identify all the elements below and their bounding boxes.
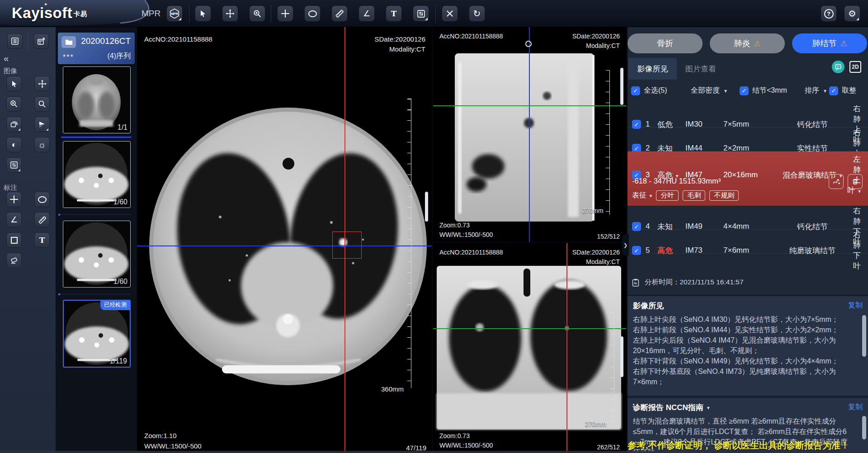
chevron-down-icon: ▾ <box>858 188 861 194</box>
annotate-ruler-button[interactable] <box>34 212 50 227</box>
annotate-ellipse-button[interactable] <box>34 192 50 207</box>
coronal-window-level: WW/WL:1500/-500 <box>439 442 493 449</box>
annotate-angle-button[interactable]: ∠ <box>6 212 22 227</box>
checkbox-checked-icon[interactable]: ✓ <box>631 86 640 95</box>
checkbox-checked-icon[interactable]: ✓ <box>632 120 641 129</box>
help-button[interactable]: ? <box>821 5 837 22</box>
ruler-tool-button[interactable] <box>331 5 348 22</box>
zoom-in-tool-button[interactable] <box>249 5 265 22</box>
feature-tag[interactable]: 毛刺 <box>683 190 705 201</box>
coronal-viewport[interactable]: 270mm AccNO:202101158888 SDate:20200126 … <box>433 243 626 453</box>
findings-card: 影像所见 复制 右肺上叶尖段（SeNO.4 IM30）见钙化结节影，大小为7×5… <box>627 295 868 395</box>
report-bubble-button[interactable] <box>832 61 844 73</box>
tab-lung-nodule[interactable]: 肺结节⚠ <box>792 33 867 53</box>
sidebar-brightness-button[interactable]: ☼ <box>34 137 50 152</box>
pointer-tool-button[interactable] <box>195 5 211 22</box>
open-folder-button[interactable] <box>61 36 76 48</box>
ellipse-tool-button[interactable] <box>304 5 321 22</box>
checkbox-checked-icon[interactable]: ✓ <box>829 86 838 95</box>
settings-button[interactable]: ⚙ <box>844 5 860 22</box>
tab-pneumonia[interactable]: 肺炎⚠ <box>710 33 785 53</box>
feature-tag[interactable]: 分叶 <box>656 190 679 201</box>
axial-scrollbar[interactable] <box>425 192 428 222</box>
annotate-text-button[interactable]: T <box>34 232 50 248</box>
follow-up-compare-button[interactable] <box>829 174 844 189</box>
filter-round[interactable]: ✓ 取整 <box>829 86 856 95</box>
axial-thumb-image <box>63 221 130 287</box>
right-panel-collapse-handle[interactable]: ❯ <box>622 234 629 256</box>
nodule-roi-box[interactable] <box>332 231 362 259</box>
thumbnail-slice-count: 1/1 <box>118 123 127 132</box>
rotate-icon: ↻ <box>473 9 481 18</box>
features-dropdown[interactable]: 表征 ▾ <box>632 191 652 200</box>
tab-fracture[interactable]: 骨折 <box>627 33 703 53</box>
series-thumbnail-selected[interactable]: 已经检测 1/119 <box>63 300 131 368</box>
mpr-tool-button[interactable]: MPR <box>166 5 183 22</box>
angle-icon: ∠ <box>363 9 370 18</box>
study-header[interactable]: 20200126CT *** (4)序列 <box>58 33 135 64</box>
findings-copy-link[interactable]: 复制 <box>848 301 863 310</box>
filter-select-all[interactable]: ✓ 全选(5) <box>631 86 667 95</box>
report-copy-link[interactable]: 复制 <box>848 402 863 412</box>
folder-icon <box>65 39 73 45</box>
feature-tag[interactable]: 不规则 <box>709 190 739 201</box>
sidebar-magnify-button[interactable] <box>34 96 50 112</box>
crosshair-tool-button[interactable] <box>277 5 293 22</box>
findings-scrollbar[interactable] <box>862 315 866 357</box>
tab-imaging-findings[interactable]: 影像所见 <box>628 58 677 80</box>
axial-viewport[interactable]: 360mm AccNO:202101158888 SDate:20200126 … <box>137 27 432 453</box>
chevron-down-icon[interactable]: ▾ <box>707 405 710 411</box>
filter-small-nodule[interactable]: ✓ 结节<3mm <box>740 86 787 95</box>
delete-nodule-button[interactable] <box>848 174 863 189</box>
pan-tool-button[interactable] <box>222 5 238 22</box>
nodule-number: 4 <box>646 222 657 231</box>
collapse-sidebar-chevron[interactable]: « <box>4 53 9 64</box>
nodule-row-3[interactable]: ✓ 3 高危 ▾ IM47 20×16mm 混合磨玻璃结节 ▾ 左肺上叶 ▾ <box>627 151 868 172</box>
filter-sort-dropdown[interactable]: 排序 ▾ <box>805 86 826 95</box>
nodule-row-2[interactable]: ✓ 2 未知 IM44 2×2mm 实性结节 右肺上叶 <box>627 127 868 151</box>
nodule-row-4[interactable]: ✓ 4 未知 IM49 4×4mm 钙化结节 右肺下叶 <box>627 206 868 230</box>
sagittal-scrollbar[interactable] <box>620 68 623 105</box>
sidebar-flip-button[interactable] <box>34 117 50 132</box>
annotate-rectangle-button[interactable] <box>6 232 22 248</box>
close-series-button[interactable] <box>33 33 49 49</box>
sidebar-pan-button[interactable] <box>34 76 50 91</box>
ellipse-icon <box>38 196 47 203</box>
filter-density-dropdown[interactable]: 全部密度 ▾ <box>691 86 727 95</box>
tab-image-view[interactable]: 图片查看 <box>685 58 716 80</box>
axial-scale-ruler <box>407 99 411 388</box>
annotate-eraser-button[interactable] <box>6 253 22 268</box>
finding-line: 左肺上叶尖后段（SeNO.4 IM47）见混合磨玻璃结节影，大小为20×16mm… <box>633 335 853 356</box>
2d-edit-button[interactable]: 2D <box>849 61 861 73</box>
text-tool-button[interactable]: T <box>386 5 402 22</box>
series-thumbnail-axial[interactable]: 1/60 <box>63 221 131 288</box>
reset-rotate-button[interactable]: ↻ <box>469 5 485 22</box>
series-list-button[interactable] <box>7 33 23 49</box>
report-scrollbar[interactable] <box>862 416 866 439</box>
series-thumbnail-axial[interactable]: 1/60 <box>63 141 131 208</box>
sidebar-pointer-button[interactable] <box>6 76 22 91</box>
checkbox-checked-icon[interactable]: ✓ <box>632 246 641 255</box>
sagittal-viewport[interactable]: 270mm AccNO:202101158888 SDate:20200126 … <box>433 27 626 242</box>
sidebar-window-level-button[interactable] <box>6 157 22 173</box>
delete-annotation-button[interactable] <box>442 5 458 22</box>
series-thumbnail-scout[interactable]: 1/1 <box>63 66 131 133</box>
analysis-time-value: 2021/11/15 16:41:57 <box>680 278 744 286</box>
window-level-tool-button[interactable] <box>413 5 429 22</box>
sidebar-rotate-button[interactable] <box>6 117 22 132</box>
toolbar-divider <box>139 5 140 23</box>
sidebar-zoom-in-button[interactable] <box>6 96 22 112</box>
patient-masked-name: *** <box>63 53 74 61</box>
checkbox-checked-icon[interactable]: ✓ <box>740 86 749 95</box>
angle-tool-button[interactable]: ∠ <box>359 5 375 22</box>
coronal-scrollbar[interactable] <box>620 336 623 377</box>
study-title: 20200126CT <box>81 36 131 46</box>
annotate-crosshair-button[interactable] <box>6 192 22 207</box>
nodule-row-3-expanded[interactable]: ✓ 3 高危 ▾ IM47 20×16mm 混合磨玻璃结节 ▾ 左肺上叶 ▾ -… <box>627 151 868 206</box>
nodule-row-1[interactable]: ✓ 1 低危 IM30 7×5mm 钙化结节 右肺上叶 <box>627 104 868 127</box>
sidebar-invert-button[interactable]: ◐ <box>6 137 22 152</box>
flip-play-icon <box>38 120 46 128</box>
nodule-row-5[interactable]: ✓ 5 高危 IM73 7×6mm 纯磨玻璃结节 右肺下叶 <box>627 230 868 254</box>
checkbox-checked-icon[interactable]: ✓ <box>632 222 641 231</box>
nodule-risk: 低危 <box>657 119 685 130</box>
